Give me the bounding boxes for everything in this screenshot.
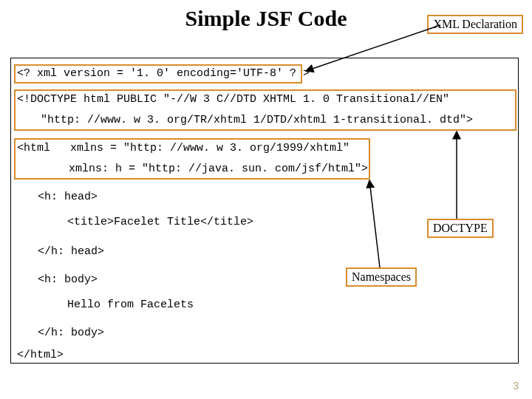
code-line-8: </h: head>: [38, 245, 104, 259]
callout-doctype: DOCTYPE: [427, 219, 494, 238]
callout-xml-declaration: XML Declaration: [427, 15, 523, 34]
code-line-11: </h: body>: [38, 326, 104, 341]
callout-namespaces: Namespaces: [346, 267, 417, 287]
code-line-1: <? xml version = '1. 0' encoding='UTF-8'…: [17, 66, 310, 81]
code-line-5: xmlns: h = "http: //java. sun. com/jsf/h…: [69, 162, 368, 177]
code-line-3: "http: //www. w 3. org/TR/xhtml 1/DTD/xh…: [41, 113, 473, 128]
code-line-10: Hello from Facelets: [67, 298, 194, 313]
page-number: 3: [513, 380, 519, 392]
code-line-7: <title>Facelet Title</title>: [67, 215, 253, 230]
code-line-6: <h: head>: [38, 190, 98, 205]
code-line-12: </html>: [17, 348, 64, 363]
code-box: <? xml version = '1. 0' encoding='UTF-8'…: [10, 58, 519, 364]
slide: Simple JSF Code XML Declaration <? xml v…: [0, 0, 532, 399]
code-line-9: <h: body>: [38, 273, 98, 287]
code-line-2: <!DOCTYPE html PUBLIC "-//W 3 C//DTD XHT…: [17, 92, 449, 107]
code-line-4: <html xmlns = "http: //www. w 3. org/199…: [17, 141, 349, 156]
